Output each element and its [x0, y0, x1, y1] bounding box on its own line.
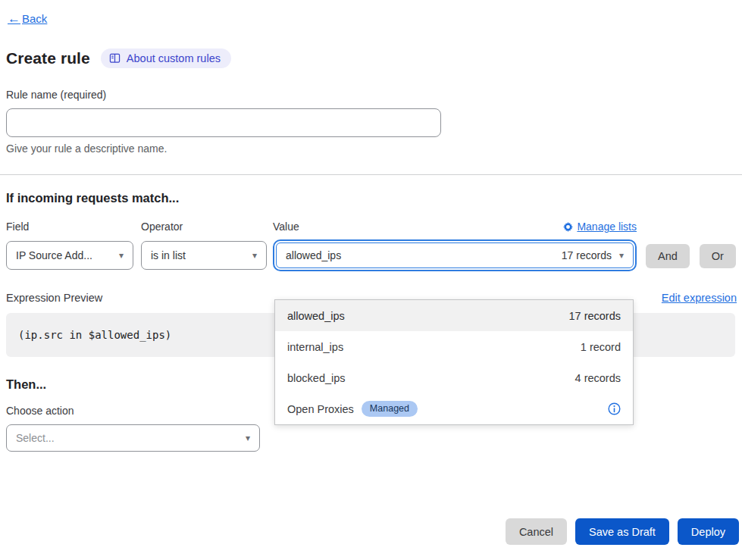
deploy-button[interactable]: Deploy — [678, 518, 739, 545]
operator-select-value: is in list — [151, 249, 186, 261]
value-column: Value Manage lists allowed_ips 17 record… — [273, 221, 637, 271]
list-option-detail: 17 records — [568, 310, 621, 322]
list-option-detail: 1 record — [581, 341, 621, 353]
rule-name-helper: Give your rule a descriptive name. — [6, 142, 737, 155]
about-badge-label: About custom rules — [127, 52, 221, 64]
page-title: Create rule — [6, 49, 90, 67]
match-section-heading: If incoming requests match... — [6, 191, 737, 205]
expression-preview-label: Expression Preview — [6, 292, 102, 304]
manage-lists-link[interactable]: Manage lists — [563, 221, 637, 233]
footer-actions: Cancel Save as Draft Deploy — [506, 518, 739, 545]
back-link-label: Back — [22, 12, 47, 25]
edit-expression-link[interactable]: Edit expression — [662, 292, 737, 304]
expression-code: (ip.src in $allowed_ips) — [18, 329, 171, 341]
list-option-name: blocked_ips — [287, 372, 346, 384]
list-option-name: Open Proxies — [287, 403, 354, 415]
operator-column: Operator is in list ▾ — [141, 221, 267, 271]
back-link[interactable]: ← Back — [8, 12, 47, 25]
value-select-focus-ring: allowed_ips 17 records ▾ — [273, 239, 637, 271]
list-option-blocked-ips[interactable]: blocked_ips 4 records — [275, 362, 633, 393]
operator-select[interactable]: is in list ▾ — [141, 241, 267, 270]
back-arrow-icon: ← — [8, 12, 20, 25]
chevron-down-icon: ▾ — [119, 251, 124, 260]
field-select[interactable]: IP Source Add... ▾ — [6, 241, 133, 270]
rule-name-label: Rule name (required) — [6, 89, 106, 101]
value-select[interactable]: allowed_ips 17 records ▾ — [276, 242, 634, 268]
list-option-detail: 4 records — [575, 372, 621, 384]
chevron-down-icon: ▾ — [619, 251, 624, 260]
cancel-button[interactable]: Cancel — [506, 518, 567, 545]
rule-name-input[interactable] — [6, 108, 441, 137]
value-select-selected: allowed_ips — [286, 249, 562, 261]
title-row: Create rule About custom rules — [6, 48, 737, 68]
value-label: Value — [273, 221, 299, 233]
gear-icon — [563, 222, 573, 232]
action-select-placeholder: Select... — [16, 432, 55, 444]
list-option-name: internal_ips — [287, 341, 343, 353]
save-as-draft-button[interactable]: Save as Draft — [575, 518, 669, 545]
list-option-internal-ips[interactable]: internal_ips 1 record — [275, 331, 633, 362]
condition-row: Field IP Source Add... ▾ Operator is in … — [6, 221, 737, 271]
condition-join-buttons: And Or — [646, 244, 736, 271]
create-rule-page: ← Back Create rule About custom rules Ru… — [0, 0, 742, 560]
field-label: Field — [6, 221, 29, 233]
chevron-down-icon: ▾ — [246, 433, 250, 443]
about-custom-rules-badge[interactable]: About custom rules — [101, 48, 231, 68]
field-select-value: IP Source Add... — [16, 249, 92, 261]
managed-badge: Managed — [362, 401, 418, 417]
value-select-records: 17 records — [562, 249, 612, 261]
and-button[interactable]: And — [646, 244, 690, 268]
action-select[interactable]: Select... ▾ — [6, 424, 260, 452]
rule-name-group: Rule name (required) Give your rule a de… — [6, 88, 737, 155]
list-option-name: allowed_ips — [287, 310, 345, 322]
operator-label: Operator — [141, 221, 183, 233]
manage-lists-label: Manage lists — [577, 221, 637, 233]
section-divider — [0, 174, 742, 175]
book-icon — [109, 53, 121, 64]
list-option-allowed-ips[interactable]: allowed_ips 17 records — [275, 300, 633, 331]
field-column: Field IP Source Add... ▾ — [6, 221, 133, 271]
info-icon[interactable] — [608, 402, 621, 415]
chevron-down-icon: ▾ — [252, 251, 257, 260]
or-button[interactable]: Or — [700, 244, 736, 268]
list-option-open-proxies[interactable]: Open Proxies Managed — [275, 393, 633, 424]
list-dropdown: allowed_ips 17 records internal_ips 1 re… — [274, 299, 634, 425]
